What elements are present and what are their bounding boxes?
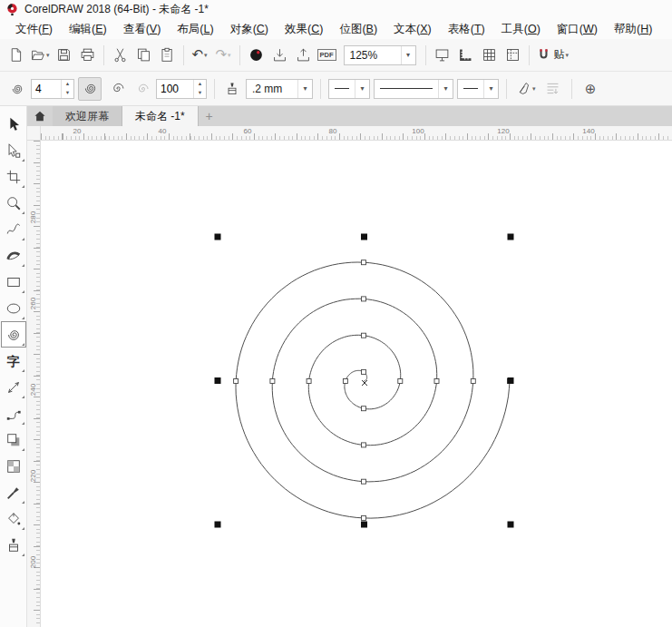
new-document-button[interactable]	[5, 44, 27, 67]
menu-item-2[interactable]: 查看(V)	[115, 19, 170, 40]
curve-node[interactable]	[362, 297, 366, 301]
print-button[interactable]	[76, 44, 99, 67]
show-rulers-button[interactable]	[454, 44, 477, 67]
text-tool[interactable]: 字	[1, 348, 26, 374]
menu-item-5[interactable]: 效果(C)	[277, 19, 331, 40]
search-content-button[interactable]	[245, 44, 268, 67]
selection-handle[interactable]	[361, 522, 367, 528]
start-arrowhead-dropdown[interactable]: ▾	[328, 79, 370, 99]
ruler-label: 240	[29, 381, 37, 399]
snap-to-dropdown[interactable]: 贴▾	[534, 44, 571, 67]
menu-item-10[interactable]: 窗口(W)	[549, 19, 606, 40]
redo-button[interactable]: ↷▾	[212, 44, 235, 67]
curve-node[interactable]	[398, 379, 403, 384]
open-button[interactable]: ▾	[28, 44, 52, 67]
shape-tool[interactable]	[1, 137, 26, 163]
outline-pen-tool[interactable]	[1, 532, 26, 558]
full-screen-preview-button[interactable]	[431, 44, 453, 67]
wrap-text-button[interactable]	[541, 77, 564, 101]
menu-item-6[interactable]: 位图(B)	[331, 19, 385, 40]
new-tab-button[interactable]: +	[199, 106, 220, 126]
drawing-canvas[interactable]	[41, 141, 672, 627]
selection-handle[interactable]	[215, 234, 221, 240]
selection-handle[interactable]	[215, 377, 221, 384]
connector-tool[interactable]	[1, 400, 26, 426]
line-style-dropdown[interactable]: ▾	[374, 79, 453, 99]
dimension-tool[interactable]	[1, 374, 26, 400]
save-button[interactable]	[53, 44, 75, 67]
curve-node[interactable]	[362, 369, 366, 374]
menu-item-4[interactable]: 对象(C)	[222, 19, 277, 40]
menu-item-9[interactable]: 工具(O)	[493, 19, 549, 40]
import-button[interactable]	[268, 44, 291, 67]
interactive-fill-tool[interactable]	[1, 505, 26, 532]
export-button[interactable]	[292, 44, 315, 67]
spinner-up-icon[interactable]: ▲	[62, 80, 73, 89]
tab-label: 欢迎屏幕	[65, 109, 109, 124]
spinner-down-icon[interactable]: ▼	[194, 89, 206, 98]
curve-node[interactable]	[362, 407, 366, 411]
curve-node[interactable]	[434, 379, 439, 384]
logarithmic-spiral-button[interactable]	[105, 77, 129, 101]
end-arrowhead-dropdown[interactable]: ▾	[457, 79, 499, 99]
curve-node[interactable]	[362, 443, 366, 447]
freehand-tool[interactable]	[1, 216, 26, 242]
rectangle-tool[interactable]	[1, 269, 26, 295]
tab-welcome[interactable]: 欢迎屏幕	[53, 106, 122, 126]
publish-pdf-button[interactable]: PDF	[316, 44, 338, 67]
curve-node[interactable]	[362, 333, 366, 338]
horizontal-ruler[interactable]: 20406080100120140	[41, 126, 672, 141]
menu-item-7[interactable]: 文本(X)	[385, 19, 440, 40]
curve-node[interactable]	[362, 260, 366, 265]
drop-shadow-tool[interactable]	[1, 426, 26, 453]
selection-handle[interactable]	[508, 522, 514, 528]
curve-node[interactable]	[270, 379, 275, 384]
selection-handle[interactable]	[508, 377, 514, 384]
quick-customize-button[interactable]: ⊕	[579, 77, 602, 101]
ellipse-tool[interactable]	[1, 295, 26, 321]
ruler-origin[interactable]	[27, 126, 41, 141]
artistic-media-tool[interactable]	[1, 242, 26, 269]
eyedropper-tool[interactable]	[1, 479, 26, 505]
curve-node[interactable]	[362, 515, 366, 520]
curve-node[interactable]	[307, 379, 311, 384]
curve-node[interactable]	[234, 379, 239, 384]
menu-item-1[interactable]: 编辑(E)	[61, 19, 115, 40]
show-grid-button[interactable]	[478, 44, 501, 67]
transparency-tool[interactable]	[1, 453, 26, 479]
toolbar-separator	[239, 45, 240, 65]
selection-handle[interactable]	[508, 234, 514, 240]
paste-button[interactable]	[156, 44, 179, 67]
vertical-ruler[interactable]: 280260240220200180	[27, 141, 41, 627]
pen-settings-button[interactable]: ▾	[514, 77, 538, 101]
outline-width-dropdown[interactable]: .2 mm ▾	[246, 79, 313, 99]
spinner-up-icon[interactable]: ▲	[194, 80, 206, 89]
spiral-tool[interactable]	[1, 321, 26, 348]
menu-item-11[interactable]: 帮助(H)	[606, 19, 660, 40]
zoom-level-dropdown[interactable]: 125%▾	[344, 45, 416, 65]
cut-button[interactable]	[109, 44, 131, 67]
curve-node[interactable]	[362, 479, 366, 484]
spiral-revolutions-spinner[interactable]: ▲▼	[31, 79, 74, 99]
curve-node[interactable]	[471, 379, 475, 384]
menu-item-3[interactable]: 布局(L)	[169, 19, 221, 40]
symmetric-spiral-button[interactable]	[78, 77, 102, 101]
tab-document[interactable]: 未命名 -1*	[122, 106, 199, 126]
menu-item-0[interactable]: 文件(F)	[7, 19, 61, 40]
menu-item-8[interactable]: 表格(T)	[440, 19, 493, 40]
pick-tool[interactable]	[1, 111, 26, 137]
home-button[interactable]	[27, 106, 53, 126]
spiral-revolutions-input[interactable]	[32, 80, 61, 98]
zoom-tool[interactable]	[1, 190, 26, 216]
selection-handle[interactable]	[361, 234, 367, 240]
crop-tool[interactable]	[1, 163, 26, 190]
show-guidelines-button[interactable]	[502, 44, 524, 67]
curve-node[interactable]	[343, 379, 347, 384]
spinner-down-icon[interactable]: ▼	[62, 89, 73, 98]
undo-button[interactable]: ↶▾	[189, 44, 211, 67]
copy-button[interactable]	[132, 44, 155, 67]
spiral-expansion-input[interactable]	[157, 80, 193, 98]
spiral-curve[interactable]	[236, 262, 510, 518]
spiral-expansion-field[interactable]: ▲▼	[156, 79, 207, 99]
selection-handle[interactable]	[215, 522, 221, 528]
